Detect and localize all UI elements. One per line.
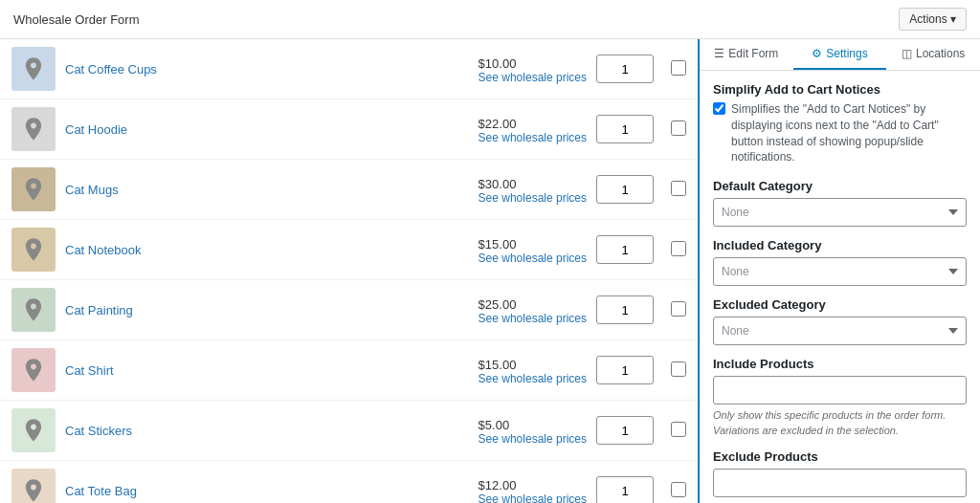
qty-input[interactable] — [596, 235, 654, 264]
tab-settings[interactable]: ⚙ Settings — [793, 39, 887, 70]
product-thumbnail — [11, 47, 56, 91]
product-checkbox-wrapper — [663, 301, 686, 319]
product-checkbox[interactable] — [671, 361, 686, 377]
wholesale-link[interactable]: See wholesale prices — [479, 312, 587, 325]
table-row: Cat Notebook$15.00See wholesale prices — [0, 220, 698, 280]
excluded-category-select[interactable]: None — [713, 317, 967, 345]
product-thumbnail — [11, 107, 56, 151]
product-info: Cat Stickers — [65, 424, 469, 438]
product-checkbox[interactable] — [671, 482, 686, 497]
simplify-desc: Simplifies the "Add to Cart Notices" by … — [731, 101, 967, 165]
product-price: $30.00See wholesale prices — [479, 177, 587, 205]
product-qty — [596, 55, 654, 83]
product-thumbnail — [11, 408, 56, 452]
product-name[interactable]: Cat Painting — [65, 303, 469, 317]
wholesale-link[interactable]: See wholesale prices — [479, 131, 587, 144]
product-list: Cat Coffee Cups$10.00See wholesale price… — [0, 39, 698, 503]
price-main: $22.00 — [479, 117, 587, 131]
product-checkbox[interactable] — [671, 422, 686, 437]
product-name[interactable]: Cat Hoodie — [65, 122, 469, 137]
product-thumbnail — [11, 167, 56, 211]
tab-locations-label: Locations — [916, 47, 965, 60]
product-qty — [596, 115, 654, 143]
product-price: $12.00See wholesale prices — [479, 478, 587, 504]
table-row: Cat Hoodie$22.00See wholesale prices — [0, 99, 698, 160]
default-category-label: Default Category — [713, 179, 967, 193]
table-row: Cat Painting$25.00See wholesale prices — [0, 280, 698, 340]
product-name[interactable]: Cat Notebook — [65, 243, 469, 257]
product-price: $22.00See wholesale prices — [479, 117, 587, 144]
product-info: Cat Notebook — [65, 243, 469, 257]
table-row: Cat Mugs$30.00See wholesale prices — [0, 160, 698, 220]
grid-icon: ◫ — [902, 47, 912, 60]
tab-locations[interactable]: ◫ Locations — [886, 39, 980, 70]
price-main: $30.00 — [479, 177, 587, 191]
include-products-hint: Only show this specific products in the … — [713, 408, 967, 438]
wholesale-link[interactable]: See wholesale prices — [479, 432, 587, 446]
product-qty — [596, 295, 654, 324]
excluded-category-label: Excluded Category — [713, 297, 967, 312]
included-category-group: Included Category None — [713, 238, 967, 286]
tab-edit-form[interactable]: ☰ Edit Form — [700, 39, 793, 70]
product-checkbox-wrapper — [663, 361, 686, 380]
simplify-title: Simplify Add to Cart Notices — [713, 82, 967, 97]
qty-input[interactable] — [596, 55, 654, 83]
table-row: Cat Stickers$5.00See wholesale prices — [0, 401, 698, 461]
product-qty — [596, 235, 654, 264]
product-checkbox[interactable] — [671, 241, 686, 256]
qty-input[interactable] — [596, 295, 654, 324]
product-info: Cat Mugs — [65, 183, 469, 197]
product-price: $15.00See wholesale prices — [479, 358, 587, 385]
tab-edit-form-label: Edit Form — [728, 47, 778, 60]
product-checkbox-wrapper — [663, 241, 686, 259]
qty-input[interactable] — [596, 476, 654, 503]
price-main: $12.00 — [479, 478, 587, 492]
product-checkbox[interactable] — [671, 60, 686, 76]
qty-input[interactable] — [596, 175, 654, 204]
included-category-select[interactable]: None — [713, 257, 967, 286]
product-checkbox-wrapper — [663, 60, 686, 78]
simplify-checkbox[interactable] — [713, 102, 725, 115]
product-thumbnail — [11, 469, 56, 503]
product-price: $10.00See wholesale prices — [479, 56, 587, 84]
wholesale-link[interactable]: See wholesale prices — [479, 191, 587, 205]
default-category-select[interactable]: None — [713, 198, 967, 227]
product-thumbnail — [11, 348, 56, 392]
include-products-label: Include Products — [713, 357, 967, 371]
wholesale-link[interactable]: See wholesale prices — [479, 492, 587, 504]
product-checkbox[interactable] — [671, 301, 686, 317]
table-row: Cat Tote Bag$12.00See wholesale prices — [0, 461, 698, 503]
product-name[interactable]: Cat Shirt — [65, 363, 469, 378]
exclude-products-input[interactable] — [713, 469, 967, 497]
include-products-group: Include Products Only show this specific… — [713, 357, 967, 438]
actions-button[interactable]: Actions ▾ — [899, 8, 967, 31]
wholesale-link[interactable]: See wholesale prices — [479, 252, 587, 265]
wholesale-link[interactable]: See wholesale prices — [479, 372, 587, 385]
panel-body: Simplify Add to Cart Notices Simplifies … — [700, 71, 980, 503]
qty-input[interactable] — [596, 115, 654, 143]
product-name[interactable]: Cat Mugs — [65, 183, 469, 197]
product-name[interactable]: Cat Coffee Cups — [65, 62, 469, 77]
product-checkbox[interactable] — [671, 181, 686, 196]
product-checkbox-wrapper — [663, 482, 686, 500]
product-info: Cat Hoodie — [65, 122, 469, 137]
product-name[interactable]: Cat Tote Bag — [65, 484, 469, 498]
panel-tabs: ☰ Edit Form ⚙ Settings ◫ Locations — [700, 39, 980, 71]
qty-input[interactable] — [596, 416, 654, 445]
qty-input[interactable] — [596, 356, 654, 384]
excluded-category-group: Excluded Category None — [713, 297, 967, 345]
page-title: Wholesale Order Form — [13, 12, 139, 27]
product-checkbox[interactable] — [671, 120, 686, 136]
wholesale-link[interactable]: See wholesale prices — [479, 71, 587, 84]
product-price: $15.00See wholesale prices — [479, 237, 587, 265]
include-products-input[interactable] — [713, 376, 967, 405]
exclude-products-label: Exclude Products — [713, 449, 967, 464]
product-name[interactable]: Cat Stickers — [65, 424, 469, 438]
settings-panel: ☰ Edit Form ⚙ Settings ◫ Locations Simpl… — [698, 39, 980, 503]
product-thumbnail — [11, 228, 56, 272]
price-main: $10.00 — [479, 56, 587, 71]
table-row: Cat Shirt$15.00See wholesale prices — [0, 340, 698, 401]
included-category-label: Included Category — [713, 238, 967, 252]
product-checkbox-wrapper — [663, 181, 686, 199]
price-main: $5.00 — [479, 418, 587, 432]
